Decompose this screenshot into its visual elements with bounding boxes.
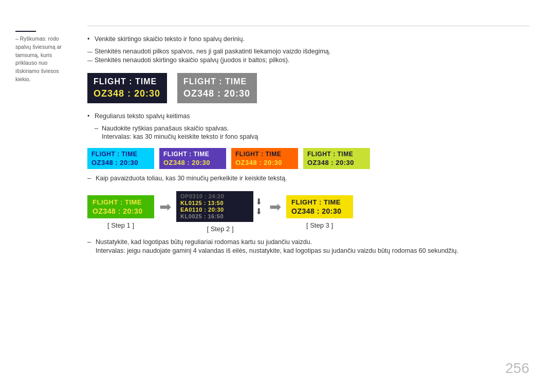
scroll-info-text: Kaip pavaizduota toliau, kas 30 minučių … [96,175,287,182]
step2-flight-box: OP0310 : 24:20 KL0125 : 13:50 EA0110 : 2… [176,191,253,222]
step2-label: [ Step 2 ] [207,225,233,233]
main-content: Venkite skirtingo skaičio teksto ir fono… [82,21,555,371]
step2-row-0: OP0310 : 24:20 [180,193,249,199]
page-number: 256 [505,360,529,377]
sidebar: – Ryškumas: rodo spalvų šviesumą ar tams… [0,21,82,371]
dash-item-1: Stenkitės nenaudoti pilkos spalvos, nes … [87,48,529,55]
sidebar-note: – Ryškumas: rodo spalvų šviesumą ar tams… [15,35,72,84]
step3-flight-box: FLIGHT : TIME OZ348 : 20:30 [286,195,353,218]
bottom-note-2: Intervalas: jeigu naudojate gaminį 4 val… [87,247,529,254]
flight-box-gray-row1: FLIGHT : TIME [183,77,251,86]
top-dash-list: Stenkitės nenaudoti pilkos spalvos, nes … [87,48,529,64]
step2-arrows: ⬇ ⬇ [255,197,262,216]
mid-dash-1: – Naudokite ryškias panašaus skaičio spa… [87,125,529,132]
step1-flight-box: FLIGHT : TIME OZ348 : 20:30 [87,195,154,218]
flight-box-gray: FLIGHT : TIME OZ348 : 20:30 [177,73,257,103]
step3-row1: FLIGHT : TIME [291,198,348,206]
flight-box-gray-row2: OZ348 : 20:30 [183,88,251,99]
top-divider [87,26,529,26]
steps-section: FLIGHT : TIME OZ348 : 20:30 [ Step 1 ] ➡… [87,191,529,233]
main-flight-displays: FLIGHT : TIME OZ348 : 20:30 FLIGHT : TIM… [87,73,529,103]
step3-label: [ Step 3 ] [306,221,333,229]
step-3-block: FLIGHT : TIME OZ348 : 20:30 [ Step 3 ] [286,195,353,229]
arrow-down-2: ⬇ [255,207,262,216]
sfb-purple-row2: OZ348 : 20:30 [163,159,222,166]
step-2-block: OP0310 : 24:20 KL0125 : 13:50 EA0110 : 2… [176,191,264,233]
mid-bullet-1: Reguliarus teksto spalvų keitimas [87,113,529,120]
bottom-note-1: Nustatykite, kad logotipas būtų reguliar… [96,238,312,246]
step1-row1: FLIGHT : TIME [92,198,149,206]
step2-row-1: KL0125 : 13:50 [180,200,249,206]
step1-row2: OZ348 : 20:30 [92,207,149,215]
arrow-down-1: ⬇ [255,197,262,207]
dash-item-2: Stenkitės nenaudoti skirtingo skaičio sp… [87,57,529,64]
small-flight-purple: FLIGHT : TIME OZ348 : 20:30 [159,148,226,169]
sfb-orange-row2: OZ348 : 20:30 [235,159,294,166]
sfb-purple-row1: FLIGHT : TIME [163,151,222,158]
step3-row2: OZ348 : 20:30 [291,207,348,215]
step2-row-3: KL0025 : 16:50 [180,213,249,219]
mid-bullet-list: Reguliarus teksto spalvų keitimas [87,113,529,120]
mid-dash-2: Intervalas: kas 30 minučių keiskite teks… [87,133,529,140]
step1-label: [ Step 1 ] [107,221,134,229]
sfb-cyan-row2: OZ348 : 20:30 [91,159,150,166]
sfb-yg-row1: FLIGHT : TIME [307,151,366,158]
small-flight-row: FLIGHT : TIME OZ348 : 20:30 FLIGHT : TIM… [87,148,529,169]
small-flight-orange: FLIGHT : TIME OZ348 : 20:30 [231,148,298,169]
flight-box-dark-row2: OZ348 : 20:30 [94,88,161,99]
sfb-orange-row1: FLIGHT : TIME [235,151,294,158]
flight-box-dark-row1: FLIGHT : TIME [94,77,161,86]
top-bullet-list: Venkite skirtingo skaičio teksto ir fono… [87,35,529,43]
step2-row-2: EA0110 : 20:30 [180,207,249,213]
arrow-2: ➡ [269,198,281,215]
sfb-yg-row2: OZ348 : 20:30 [307,159,366,166]
step-1-block: FLIGHT : TIME OZ348 : 20:30 [ Step 1 ] [87,195,154,229]
arrow-1: ➡ [159,198,171,215]
bullet-item-1: Venkite skirtingo skaičio teksto ir fono… [87,35,529,43]
small-flight-yellowgreen: FLIGHT : TIME OZ348 : 20:30 [303,148,370,169]
sidebar-accent-line [15,31,36,32]
flight-box-dark: FLIGHT : TIME OZ348 : 20:30 [87,73,167,103]
sfb-cyan-row1: FLIGHT : TIME [91,151,150,158]
small-flight-cyan: FLIGHT : TIME OZ348 : 20:30 [87,148,154,169]
